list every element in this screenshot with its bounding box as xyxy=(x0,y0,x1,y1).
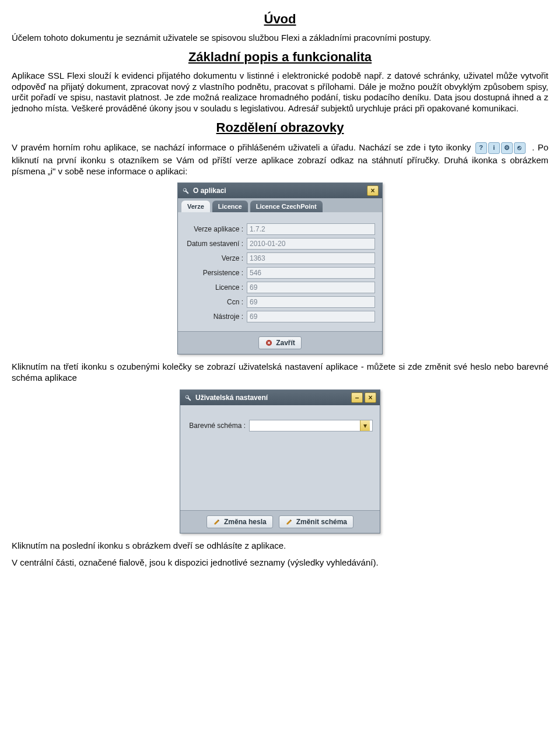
about-dialog-header: O aplikaci × xyxy=(178,183,382,198)
about-dialog-body: Verze aplikace : Datum sestavení : Verze… xyxy=(178,212,382,331)
p3-part-a: V pravém horním rohu aplikace, se nacház… xyxy=(12,142,474,152)
desc-paragraph: Aplikace SSL Flexi slouží k evidenci při… xyxy=(12,71,548,114)
field-row: Licence : xyxy=(185,282,375,293)
gear-paragraph: Kliknutím na třetí ikonku s ozubenými ko… xyxy=(12,362,548,384)
toolbar-icons-preview: ? i ⚙ ⎋ xyxy=(474,141,527,155)
close-button-label: Zavřít xyxy=(276,339,295,347)
change-password-label: Změna hesla xyxy=(224,518,267,526)
tab-verze[interactable]: Verze xyxy=(181,201,210,212)
wrench-icon xyxy=(184,394,192,402)
heading-rozdeleni: Rozdělení obrazovky xyxy=(12,120,548,135)
field-label: Nástroje : xyxy=(185,313,247,321)
user-settings-dialog: Uživatelská nastavení – × Barevné schéma… xyxy=(180,389,380,534)
field-label: Datum sestavení : xyxy=(185,240,247,248)
color-scheme-select[interactable]: ▾ xyxy=(249,420,373,431)
change-password-button[interactable]: Změna hesla xyxy=(206,515,273,528)
close-icon[interactable]: × xyxy=(367,185,379,196)
field-row: Persistence : xyxy=(185,267,375,279)
settings-dialog-header: Uživatelská nastavení – × xyxy=(180,390,380,405)
minimize-icon[interactable]: – xyxy=(351,392,363,403)
field-label: Persistence : xyxy=(185,269,247,277)
settings-dialog-body: Barevné schéma : ▾ xyxy=(180,405,380,510)
change-scheme-label: Změnit schéma xyxy=(296,518,347,526)
wrench-icon xyxy=(181,187,190,195)
screen-split-paragraph: V pravém horním rohu aplikace, se nacház… xyxy=(12,141,548,177)
settings-icon: ⚙ xyxy=(501,142,513,154)
about-tabs: Verze Licence Licence CzechPoint xyxy=(178,198,382,212)
field-label: Verze : xyxy=(185,254,247,262)
settings-dialog-footer: Změna hesla Změnit schéma xyxy=(180,510,380,533)
change-scheme-button[interactable]: Změnit schéma xyxy=(279,515,354,528)
close-circle-icon xyxy=(265,339,273,347)
intro-paragraph: Účelem tohoto dokumentu je seznámit uživ… xyxy=(12,33,548,44)
about-dialog-footer: Zavřít xyxy=(178,331,382,354)
about-dialog-title: O aplikaci xyxy=(193,187,226,195)
field-label: Licence : xyxy=(185,283,247,292)
nastroje-field xyxy=(247,311,375,322)
datum-sestaveni-field xyxy=(247,238,375,250)
close-button[interactable]: Zavřít xyxy=(258,336,302,349)
field-row: Ccn : xyxy=(185,296,375,308)
color-scheme-label: Barevné schéma : xyxy=(187,422,249,430)
heading-zakladni: Základní popis a funkcionalita xyxy=(12,50,548,65)
verze-field xyxy=(247,252,375,264)
help-icon: ? xyxy=(475,142,487,154)
field-row: Verze aplikace : xyxy=(185,223,375,235)
pencil-icon xyxy=(285,518,293,526)
settings-dialog-title: Uživatelská nastavení xyxy=(195,394,268,402)
about-dialog: O aplikaci × Verze Licence Licence Czech… xyxy=(177,183,383,355)
tab-licence[interactable]: Licence xyxy=(212,201,248,212)
info-icon: i xyxy=(488,142,500,154)
chevron-down-icon: ▾ xyxy=(360,420,370,431)
field-label: Verze aplikace : xyxy=(185,225,247,233)
licence-field xyxy=(247,282,375,293)
pencil-icon xyxy=(213,518,221,526)
tab-licence-czechpoint[interactable]: Licence CzechPoint xyxy=(250,201,323,212)
close-icon[interactable]: × xyxy=(365,392,376,403)
verze-aplikace-field xyxy=(247,223,375,235)
logout-icon: ⎋ xyxy=(514,142,526,154)
field-label: Ccn : xyxy=(185,298,247,306)
logout-paragraph: Kliknutím na poslední ikonku s obrázkem … xyxy=(12,541,548,552)
ccn-field xyxy=(247,296,375,308)
heading-uvod: Úvod xyxy=(12,12,548,27)
persistence-field xyxy=(247,267,375,279)
field-row: Verze : xyxy=(185,252,375,264)
field-row: Datum sestavení : xyxy=(185,238,375,250)
central-paragraph: V centrální části, označené fialově, jso… xyxy=(12,557,548,568)
field-row: Barevné schéma : ▾ xyxy=(187,420,373,431)
field-row: Nástroje : xyxy=(185,311,375,322)
